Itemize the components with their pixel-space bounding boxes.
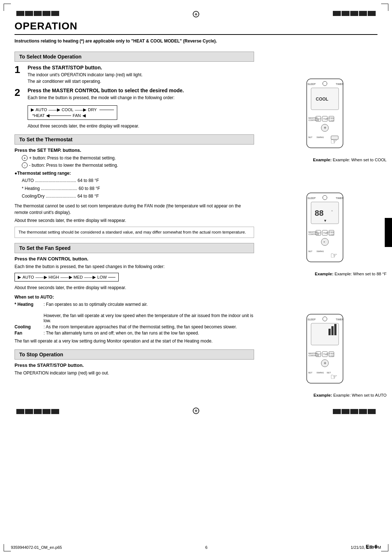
svg-text:SLEEP: SLEEP — [307, 83, 316, 85]
fan-arrow-2: ——▶ — [36, 275, 47, 280]
corner-mark-tr — [381, 4, 388, 11]
svg-text:88: 88 — [315, 208, 323, 218]
registration-mark: + — [193, 11, 199, 17]
remote-fan-svg: SLEEP TIMER MASTER CONTROL SET — [296, 312, 354, 392]
heating-desc1-text: : Fan operates so as to optimally circul… — [44, 302, 148, 307]
range-heating: * Heating ..............................… — [22, 185, 254, 193]
mode-note: About three seconds later, the entire di… — [28, 123, 254, 129]
svg-text:SWING: SWING — [317, 372, 324, 374]
footer-center: 6 — [205, 545, 207, 550]
fan-auto: AUTO — [23, 275, 34, 279]
mode-flow-diagram: ▶ AUTO ——▶ COOL ——▶ DRY *HEAT ◀ FAN ◀ — [28, 105, 117, 120]
print-mark — [25, 11, 33, 16]
cooling-label: Cooling — [15, 324, 44, 329]
plus-icon: + — [195, 408, 197, 414]
fan-low: LOW — [97, 275, 107, 279]
heating-desc1: : Fan operates so as to optimally circul… — [44, 302, 254, 312]
section-thermostat: To Set the Thermostat — [15, 134, 254, 145]
svg-text:+: + — [324, 361, 326, 366]
fan-label: Fan — [15, 331, 44, 336]
diagram-fan-section: SLEEP TIMER MASTER CONTROL SET — [258, 312, 392, 397]
flow-heat: *HEAT — [32, 113, 45, 118]
print-mark — [16, 409, 24, 414]
fan-arrow-1: ▶ — [18, 275, 21, 280]
print-mark — [333, 11, 341, 16]
step-1-title: Press the START/STOP button. — [28, 65, 254, 70]
fan-subtitle: Press the FAN CONTROL button. — [15, 256, 254, 262]
print-mark — [359, 11, 367, 16]
fan-arrow-3: ——▶ — [61, 275, 72, 280]
mode-flow-top: ▶ AUTO ——▶ COOL ——▶ DRY — [31, 107, 114, 112]
corner-mark-bl — [4, 544, 11, 551]
right-diagrams: SLEEP TIMER COOL MASTER CONTROL SET T — [254, 48, 392, 405]
svg-text:FAN: FAN — [329, 231, 334, 234]
arrow-left-1: ◀ — [46, 113, 49, 118]
thermostat-note2: About three seconds later, the entire di… — [15, 217, 254, 224]
flow-auto: AUTO — [36, 108, 47, 112]
print-marks-left — [16, 11, 59, 16]
page-number: En-6 — [366, 543, 377, 550]
example-cool-text: Example: When set to COOL — [333, 158, 387, 162]
svg-text:CTRL: CTRL — [329, 355, 335, 357]
svg-text:SET: SET — [308, 136, 313, 138]
when-auto-title: When set to AUTO: — [15, 294, 254, 300]
svg-text:SLEEP: SLEEP — [307, 318, 316, 321]
svg-text:SET: SET — [308, 250, 313, 252]
print-mark — [51, 409, 59, 414]
svg-text:SET: SET — [317, 232, 322, 234]
arrow-right-2: ——▶ — [49, 107, 60, 112]
range-section: ●Thermostat setting range: AUTO ........… — [15, 171, 254, 200]
svg-text:☞: ☞ — [330, 251, 338, 260]
print-mark — [333, 409, 341, 414]
mode-flow-bottom: *HEAT ◀ FAN ◀ — [31, 113, 114, 118]
print-mark — [368, 409, 376, 414]
step-2: 2 Press the MASTER CONTROL button to sel… — [15, 88, 254, 101]
plus-button-text: + button: Press to rise the thermostat s… — [29, 155, 116, 161]
print-marks-bottom-right — [333, 409, 376, 414]
thermostat-note1: The thermostat cannot be used to set roo… — [15, 203, 254, 216]
svg-text:☞: ☞ — [330, 137, 338, 146]
step-number-2: 2 — [15, 88, 28, 98]
svg-text:COOL: COOL — [316, 97, 328, 102]
print-mark — [342, 409, 350, 414]
remote-fan-wrapper: SLEEP TIMER MASTER CONTROL SET — [296, 312, 354, 392]
print-marks-bottom: + — [15, 408, 377, 414]
stop-subtitle: Press the START/STOP button. — [15, 362, 254, 368]
svg-text:☞: ☞ — [330, 372, 338, 381]
print-mark — [350, 409, 358, 414]
footer-left: 9359944072-01_OM_en.p65 — [11, 545, 62, 550]
fan-row: Fan : The fan alternately turns on and o… — [15, 331, 254, 336]
remote-temp-svg: SLEEP TIMER 88 ° ▼ MASTER CONTROL SET — [296, 191, 354, 271]
print-marks-bottom-left — [16, 409, 59, 414]
example-cool-label: Example: Example: When set to COOL — [263, 158, 387, 162]
page-container: + OPERATION Instructions relating to hea… — [0, 0, 392, 555]
plus-button-desc: + + button: Press to rise the thermostat… — [22, 155, 254, 161]
svg-text:TIMER: TIMER — [336, 318, 344, 321]
corner-mark-tl — [4, 4, 11, 11]
corner-mark-br — [381, 544, 388, 551]
print-mark — [350, 11, 358, 16]
print-mark — [34, 409, 42, 414]
flow-fan: FAN — [73, 113, 81, 118]
step-1-content: Press the START/STOP button. The indoor … — [28, 65, 254, 85]
example-fan-label: Example: Example: When set to AUTO — [263, 393, 387, 397]
svg-text:SET: SET — [317, 353, 322, 356]
plus-icon: + — [195, 11, 197, 17]
remote-temp-wrapper: SLEEP TIMER 88 ° ▼ MASTER CONTROL SET — [296, 191, 354, 271]
registration-mark-bottom: + — [193, 408, 199, 414]
step-2-content: Press the MASTER CONTROL button to selec… — [28, 88, 254, 101]
remote-cool-wrapper: SLEEP TIMER COOL MASTER CONTROL SET T — [296, 77, 354, 157]
fan-arrow-4: ——▶ — [84, 275, 96, 280]
fan-med: MED — [74, 275, 83, 279]
svg-text:FAN: FAN — [329, 117, 334, 119]
step-2-desc1: Each time the button is pressed, the mod… — [28, 94, 254, 101]
fan-flow-diagram: ▶ AUTO ——▶ HIGH ——▶ MED ——▶ LOW — [15, 273, 119, 281]
step-1: 1 Press the START/STOP button. The indoo… — [15, 65, 254, 85]
svg-rect-48 — [328, 329, 331, 335]
minus-button-desc: - - button: Press to lower the thermosta… — [22, 162, 254, 169]
flow-dry: DRY — [88, 108, 97, 112]
minus-circle-icon: - — [22, 162, 28, 168]
range-heating-value: 60 to 88 °F — [79, 185, 100, 193]
plus-circle-icon: + — [22, 155, 28, 161]
left-content: To Select Mode Operation 1 Press the STA… — [15, 48, 254, 405]
